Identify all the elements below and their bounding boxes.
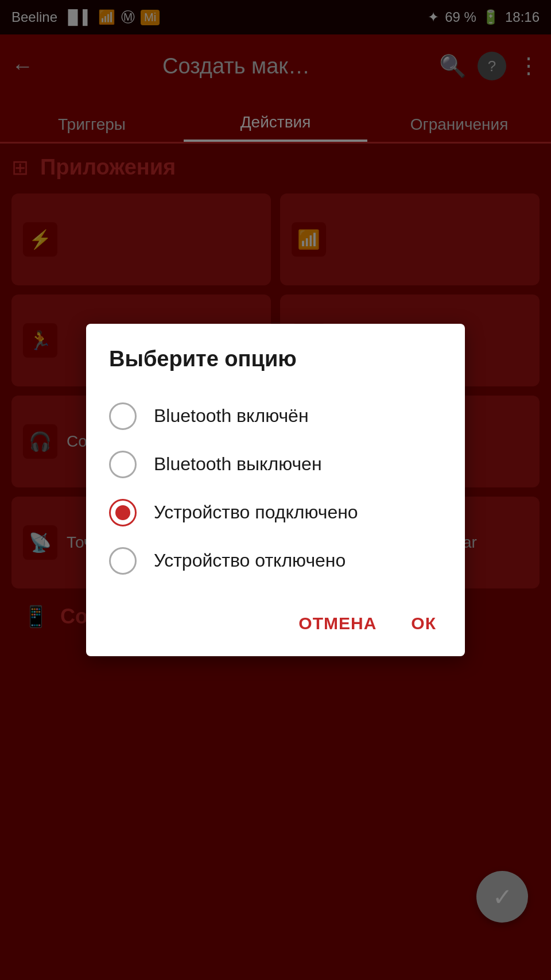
ok-button[interactable]: ОК <box>405 608 442 639</box>
cancel-button[interactable]: ОТМЕНА <box>293 608 382 639</box>
option-bt-on[interactable]: Bluetooth включён <box>109 392 442 440</box>
radio-dev-disconnected[interactable] <box>109 547 137 575</box>
option-dialog: Выберите опцию Bluetooth включён Bluetoo… <box>86 324 465 656</box>
option-dev-disconnected-label: Устройство отключено <box>154 549 346 573</box>
dialog-buttons: ОТМЕНА ОК <box>109 602 442 639</box>
option-dev-disconnected[interactable]: Устройство отключено <box>109 537 442 585</box>
radio-bt-on[interactable] <box>109 402 137 430</box>
dialog-options-list: Bluetooth включён Bluetooth выключен Уст… <box>109 392 442 585</box>
radio-dev-connected[interactable] <box>109 499 137 526</box>
option-bt-on-label: Bluetooth включён <box>154 404 309 428</box>
option-dev-connected-label: Устройство подключено <box>154 501 358 525</box>
option-bt-off[interactable]: Bluetooth выключен <box>109 440 442 489</box>
radio-dev-connected-fill <box>115 505 130 520</box>
dialog-overlay: Выберите опцию Bluetooth включён Bluetoo… <box>0 0 551 980</box>
radio-bt-off[interactable] <box>109 451 137 478</box>
option-bt-off-label: Bluetooth выключен <box>154 452 322 477</box>
option-dev-connected[interactable]: Устройство подключено <box>109 489 442 537</box>
dialog-title: Выберите опцию <box>109 347 442 371</box>
